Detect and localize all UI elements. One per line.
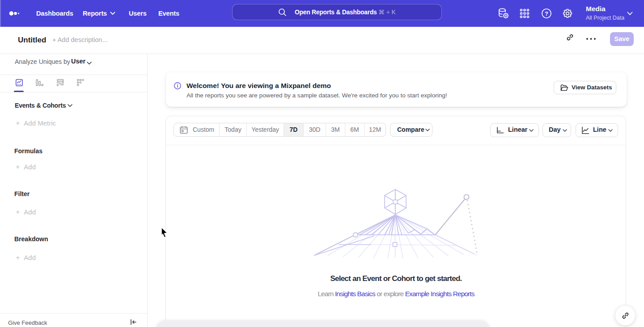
svg-text:?: ?: [545, 10, 548, 17]
